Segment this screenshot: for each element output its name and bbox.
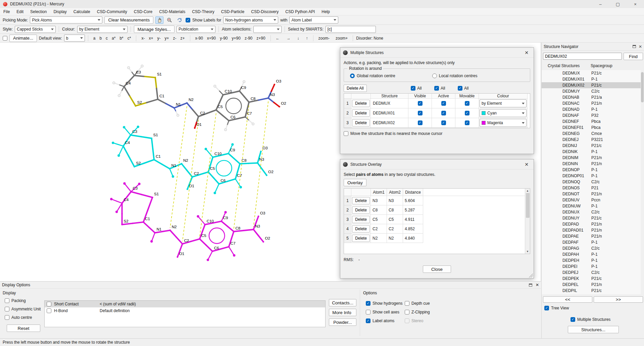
movable-checkbox[interactable]: [465, 101, 469, 106]
structure-list-item[interactable]: DEDNOSP21: [542, 185, 641, 191]
scrollbar-thumb[interactable]: [641, 72, 644, 102]
structure-list-item[interactable]: DEDNINP21/n: [542, 161, 641, 167]
option-check-show-cell-axes[interactable]: Show cell axes: [366, 310, 405, 314]
ms-all-checkbox[interactable]: [434, 86, 439, 91]
checkbox-icon[interactable]: [366, 301, 370, 306]
more-info-button[interactable]: More Info: [329, 309, 356, 316]
radio-icon[interactable]: [432, 73, 437, 78]
style-preset-combo[interactable]: Publication: [177, 26, 215, 33]
display-check-auto-centre[interactable]: Auto centre: [5, 315, 41, 320]
animate-button[interactable]: Animate...: [9, 35, 37, 42]
structure-list-item[interactable]: DEDNEF01Pbca: [542, 125, 641, 131]
structure-list-item[interactable]: DEDNEGCmce: [542, 131, 641, 137]
movable-checkbox[interactable]: [465, 111, 469, 115]
checkbox-icon[interactable]: [5, 298, 9, 303]
zoom-in-button[interactable]: zoom+: [334, 35, 350, 41]
menu-csd-core[interactable]: CSD-Core: [131, 9, 156, 15]
so-table-scrollbar[interactable]: ▲ ▼: [525, 189, 530, 254]
structure-list-item[interactable]: DEDMUX01P-1: [542, 76, 641, 82]
structure-list-item[interactable]: DEDPEIP-1: [542, 263, 641, 269]
structure-list-item[interactable]: DEDNOP01P-1: [542, 173, 641, 179]
move-nearest-checkbox[interactable]: [344, 131, 348, 136]
delete-structure-button[interactable]: Delete: [352, 109, 370, 117]
default-view-combo[interactable]: b: [64, 35, 85, 42]
contact-list-item[interactable]: H-BondDefault definition: [45, 307, 325, 314]
tree-view-toggle[interactable]: Tree View: [544, 306, 569, 310]
so-close-button[interactable]: Close: [423, 265, 451, 273]
local-rotation-radio[interactable]: Local rotation centres: [432, 73, 478, 78]
delete-pair-button[interactable]: Delete: [352, 197, 370, 204]
structure-list-item[interactable]: DEDNEJP3221: [542, 137, 641, 143]
structure-list-item[interactable]: DEDPEJC2/c: [542, 269, 641, 276]
pick-tool-button[interactable]: [155, 16, 163, 24]
checkbox-icon[interactable]: [5, 315, 9, 320]
rotate-x+90[interactable]: x+90: [205, 35, 218, 41]
multiple-structures-toggle[interactable]: Multiple Structures: [571, 317, 610, 322]
float-panel-icon[interactable]: [529, 284, 532, 287]
translate--[interactable]: →: [285, 35, 293, 41]
powder-button[interactable]: Powder...: [329, 318, 356, 326]
structure-list-item[interactable]: DEDPAFP-1: [542, 239, 641, 245]
colour-combo[interactable]: Cyan: [480, 109, 527, 117]
colour-combo[interactable]: by Element: [480, 99, 527, 107]
navigator-search-input[interactable]: [543, 53, 622, 60]
animate-toggle-checkbox[interactable]: [3, 36, 7, 41]
structure-list-item[interactable]: DEDPAD01P21/n: [542, 227, 641, 233]
structure-list-item[interactable]: DEDNOPP-1: [542, 167, 641, 173]
structure-list-item[interactable]: DEDPILP21/c: [542, 288, 641, 294]
ms-all-checkbox[interactable]: [458, 86, 462, 91]
clear-measurements-button[interactable]: Clear Measurements: [104, 16, 153, 24]
structure-list-item[interactable]: DEDNABP21/a: [542, 94, 641, 100]
rotate-x+[interactable]: x+: [147, 35, 155, 41]
structure-list-item[interactable]: DEDNEFPbca: [542, 118, 641, 125]
scroll-up-icon[interactable]: ▲: [526, 189, 529, 193]
float-panel-icon[interactable]: [633, 45, 636, 48]
view-axis-c[interactable]: c: [104, 35, 110, 41]
active-checkbox[interactable]: [441, 101, 446, 106]
ms-all-toggle[interactable]: All: [408, 86, 432, 91]
active-checkbox[interactable]: [441, 120, 446, 125]
rotate-y-90[interactable]: y-90: [218, 35, 230, 41]
view-axis-c*[interactable]: c*: [126, 35, 133, 41]
checkbox-icon[interactable]: [366, 318, 370, 323]
view-axis-b*[interactable]: b*: [117, 35, 125, 41]
option-check-label-atoms[interactable]: Label atoms: [366, 318, 405, 323]
tree-view-checkbox[interactable]: [544, 306, 549, 310]
menu-csd-community[interactable]: CSD-Community: [94, 9, 131, 15]
structure-list-item[interactable]: DEDPADP21/n: [542, 221, 641, 227]
labels-target-combo[interactable]: Non-hydrogen atoms: [223, 16, 278, 23]
structure-list-item[interactable]: DEDMUXP21/c: [542, 70, 641, 76]
reset-button[interactable]: Reset: [7, 325, 40, 332]
structure-list-item[interactable]: DEDNUXC2/c: [542, 209, 641, 215]
rotate-z+[interactable]: z+: [178, 35, 187, 41]
structure-list-item[interactable]: DEDNAFP32: [542, 112, 641, 118]
close-button[interactable]: ×: [627, 0, 644, 8]
dialog-title-bar[interactable]: Multiple Structures ✕: [340, 48, 534, 58]
rotate-y-[interactable]: y-: [155, 35, 162, 41]
scroll-down-icon[interactable]: ▼: [526, 249, 529, 254]
display-check-asymmetric-unit[interactable]: Asymmetric Unit: [5, 307, 41, 311]
atom-selections-combo[interactable]: [253, 26, 282, 33]
structure-list-item[interactable]: DEDNUWP-1: [542, 203, 641, 209]
dialog-title-bar[interactable]: Structure Overlay ✕: [340, 159, 534, 169]
menu-csd-particle[interactable]: CSD-Particle: [218, 9, 248, 15]
label-type-combo[interactable]: Atom Label: [289, 16, 338, 23]
translate--[interactable]: ↓: [295, 35, 301, 41]
rotate-tool-button[interactable]: [176, 16, 184, 24]
menu-file[interactable]: File: [0, 9, 13, 15]
rotate-x-90[interactable]: x-90: [193, 35, 205, 41]
structure-list-item[interactable]: DEDMUX02P21/c: [542, 82, 641, 88]
scrollbar-thumb[interactable]: [526, 193, 530, 218]
show-labels-checkbox[interactable]: [186, 18, 190, 22]
checkbox-icon[interactable]: [366, 310, 370, 314]
delete-pair-button[interactable]: Delete: [352, 216, 370, 223]
translate--[interactable]: ←: [274, 35, 282, 41]
molecule-DEDMUX01[interactable]: C3S1C4C1S2N1N2C2O1C5C10C9C8C7C6N3O3O2: [112, 126, 274, 194]
ms-all-toggle[interactable]: All: [432, 86, 455, 91]
rotate-y+90[interactable]: y+90: [230, 35, 243, 41]
menu-display[interactable]: Display: [50, 9, 70, 15]
style-combo[interactable]: Capped Sticks: [15, 26, 56, 33]
delete-all-button[interactable]: Delete All: [344, 85, 367, 92]
prev-structure-button[interactable]: <<: [543, 296, 592, 303]
navigator-scrollbar[interactable]: [641, 70, 644, 294]
